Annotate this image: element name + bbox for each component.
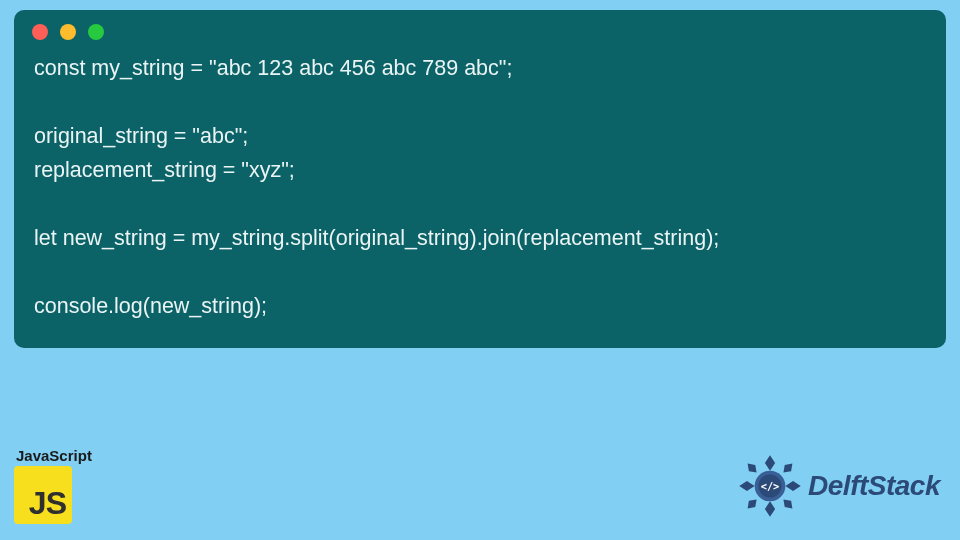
delftstack-logo-icon: </> <box>738 454 802 518</box>
brand-area: </> DelftStack <box>738 454 940 518</box>
maximize-icon[interactable] <box>88 24 104 40</box>
svg-marker-5 <box>784 464 793 473</box>
svg-marker-2 <box>739 481 754 491</box>
javascript-icon: JS <box>14 466 72 524</box>
code-block: const my_string = "abc 123 abc 456 abc 7… <box>14 48 946 334</box>
code-line: console.log(new_string); <box>34 294 267 318</box>
code-line: replacement_string = "xyz"; <box>34 158 295 182</box>
svg-text:</>: </> <box>761 480 780 492</box>
minimize-icon[interactable] <box>60 24 76 40</box>
brand-name: DelftStack <box>808 470 940 502</box>
code-line: const my_string = "abc 123 abc 456 abc 7… <box>34 56 512 80</box>
code-line: let new_string = my_string.split(origina… <box>34 226 719 250</box>
language-badge-area: JavaScript JS <box>14 447 92 524</box>
svg-marker-0 <box>765 455 775 470</box>
svg-marker-4 <box>748 464 757 473</box>
close-icon[interactable] <box>32 24 48 40</box>
code-line: original_string = "abc"; <box>34 124 248 148</box>
svg-marker-7 <box>784 499 793 508</box>
js-badge-text: JS <box>29 485 66 522</box>
svg-marker-3 <box>785 481 800 491</box>
language-label: JavaScript <box>16 447 92 464</box>
svg-marker-6 <box>748 499 757 508</box>
svg-marker-1 <box>765 501 775 516</box>
code-window: const my_string = "abc 123 abc 456 abc 7… <box>14 10 946 348</box>
window-titlebar <box>14 10 946 48</box>
